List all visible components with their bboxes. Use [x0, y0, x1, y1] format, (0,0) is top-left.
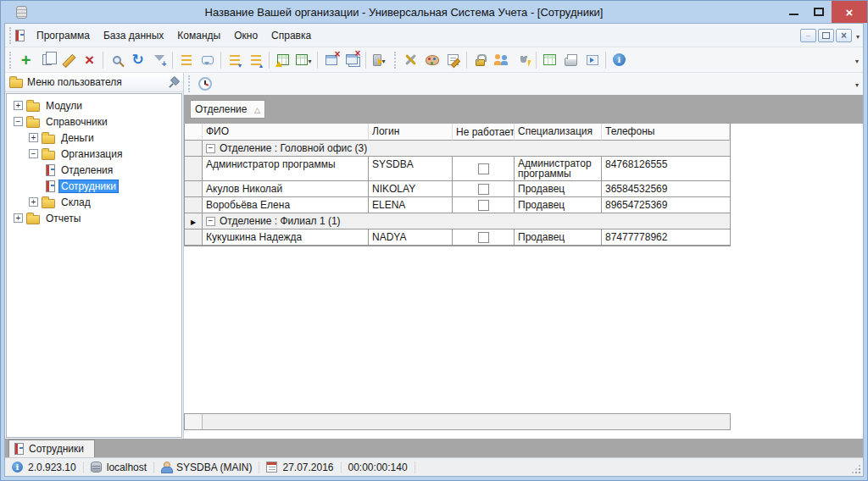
- video-help-button[interactable]: [581, 50, 603, 70]
- print-button[interactable]: [560, 50, 581, 70]
- toolbar-grip[interactable]: [9, 52, 12, 69]
- mdi-close-button[interactable]: [836, 29, 852, 42]
- refresh-button[interactable]: [127, 50, 148, 70]
- collapse-icon[interactable]: [14, 117, 23, 126]
- subtoolbar-overflow-caret[interactable]: [855, 78, 859, 90]
- toolbar-grip[interactable]: [188, 75, 191, 92]
- cell-phone: 84768126555: [602, 157, 730, 181]
- close-all-windows-button[interactable]: [342, 50, 363, 70]
- close-button[interactable]: [832, 1, 867, 23]
- settings-tools-button[interactable]: [400, 50, 421, 70]
- collapse-group-icon[interactable]: [206, 217, 215, 226]
- add-button[interactable]: [15, 50, 36, 70]
- mdi-minimize-button[interactable]: [800, 29, 816, 42]
- mdi-restore-button[interactable]: [818, 29, 834, 42]
- tree-item-warehouse[interactable]: Склад: [7, 194, 181, 210]
- maximize-button[interactable]: [806, 1, 832, 23]
- not-working-checkbox[interactable]: [478, 163, 489, 174]
- tree-item-modules[interactable]: Модули: [7, 97, 181, 113]
- tree-item-organization[interactable]: Организация: [7, 146, 181, 162]
- expand-icon[interactable]: [14, 213, 23, 223]
- connection-button[interactable]: [512, 50, 533, 70]
- toolbar-grip[interactable]: [394, 52, 397, 69]
- user-menu-tree: Модули Справочники Деньги: [6, 93, 182, 438]
- excel-export-button[interactable]: [293, 50, 314, 70]
- column-header-fio[interactable]: ФИО: [203, 124, 369, 141]
- column-header-specialization[interactable]: Специализация: [515, 124, 602, 141]
- plug-icon: [518, 54, 528, 66]
- toolbar-overflow-caret[interactable]: [855, 54, 859, 66]
- appearance-button[interactable]: [421, 50, 442, 70]
- tree-item-directories[interactable]: Справочники: [7, 113, 181, 130]
- tree-item-reports[interactable]: Отчеты: [7, 210, 181, 226]
- folder-icon: [9, 79, 23, 88]
- excel-export-icon: [296, 54, 308, 65]
- edit-button[interactable]: [58, 50, 79, 70]
- delete-icon: [85, 52, 94, 68]
- expand-tree-button[interactable]: [224, 50, 245, 70]
- minimize-button[interactable]: [781, 1, 806, 23]
- tree-item-departments[interactable]: Отделения: [7, 162, 181, 178]
- column-header-not-working[interactable]: Не работает: [453, 124, 515, 141]
- current-row-arrow-icon: [191, 215, 196, 227]
- resize-grip[interactable]: [859, 472, 860, 473]
- collapse-tree-button[interactable]: [245, 50, 266, 70]
- tree-item-employees[interactable]: Сотрудники: [7, 178, 181, 194]
- copy-button[interactable]: [36, 50, 58, 70]
- column-header-login[interactable]: Логин: [369, 124, 453, 141]
- grid-footer-panel[interactable]: [184, 413, 731, 430]
- filter-button[interactable]: [148, 50, 170, 70]
- table-row[interactable]: Кукушкина Надежда NADYA Продавец 8747777…: [185, 229, 730, 246]
- exit-icon: [373, 54, 381, 66]
- edit-note-button[interactable]: [442, 50, 464, 70]
- not-working-checkbox[interactable]: [478, 184, 489, 195]
- group-row[interactable]: Отделение : Головной офис (3): [185, 141, 730, 157]
- expand-icon[interactable]: [14, 101, 23, 110]
- status-separator: [415, 462, 415, 473]
- tab-employees[interactable]: Сотрудники: [8, 440, 95, 457]
- group-columns-button[interactable]: [175, 50, 197, 70]
- menu-window[interactable]: Окно: [227, 26, 264, 45]
- users-button[interactable]: [491, 50, 512, 70]
- user-text: SYSDBA (MAIN): [176, 462, 252, 473]
- clock-button[interactable]: [194, 74, 215, 94]
- close-window-button[interactable]: [320, 50, 342, 70]
- menu-database[interactable]: База данных: [97, 26, 170, 45]
- menubar-grip[interactable]: [9, 27, 12, 44]
- pin-icon[interactable]: [169, 77, 179, 88]
- excel-import-button[interactable]: [272, 50, 293, 70]
- minimize-icon: [789, 14, 798, 15]
- expand-icon[interactable]: [29, 133, 38, 142]
- table-row[interactable]: Акулов Николай NIKOLAY Продавец 36584532…: [185, 181, 730, 197]
- notebook-icon: [46, 180, 55, 192]
- search-button[interactable]: [106, 50, 127, 70]
- expand-icon[interactable]: [29, 197, 38, 207]
- collapse-group-icon[interactable]: [206, 144, 215, 153]
- menu-help[interactable]: Справка: [264, 26, 318, 45]
- collapse-icon[interactable]: [29, 149, 38, 158]
- not-working-checkbox[interactable]: [478, 232, 489, 243]
- menubar-overflow-caret[interactable]: [856, 30, 860, 41]
- not-working-checkbox[interactable]: [478, 200, 489, 211]
- table-button[interactable]: [539, 50, 560, 70]
- printer-icon: [565, 58, 577, 66]
- comments-button[interactable]: [197, 50, 218, 70]
- exit-button[interactable]: [369, 50, 390, 70]
- menu-bar: Программа База данных Команды Окно Справ…: [5, 24, 863, 47]
- group-row[interactable]: Отделение : Филиал 1 (1): [185, 213, 730, 229]
- tree-item-label: Организация: [58, 147, 125, 161]
- lock-button[interactable]: [470, 50, 491, 70]
- group-by-field: Отделение: [195, 103, 248, 115]
- cell-not-working: [453, 229, 515, 246]
- menu-program[interactable]: Программа: [30, 26, 97, 45]
- menu-commands[interactable]: Команды: [170, 26, 227, 45]
- info-button[interactable]: [609, 50, 630, 70]
- group-by-chip[interactable]: Отделение: [190, 100, 265, 119]
- tree-item-money[interactable]: Деньги: [7, 130, 181, 146]
- copy-icon: [42, 54, 52, 65]
- column-header-phones[interactable]: Телефоны: [602, 124, 730, 141]
- table-row[interactable]: Администратор программы SYSDBA Администр…: [185, 157, 730, 181]
- table-row[interactable]: Воробьёва Елена ELENA Продавец 896547253…: [185, 197, 730, 213]
- delete-button[interactable]: [79, 50, 100, 70]
- folder-open-icon: [26, 119, 40, 128]
